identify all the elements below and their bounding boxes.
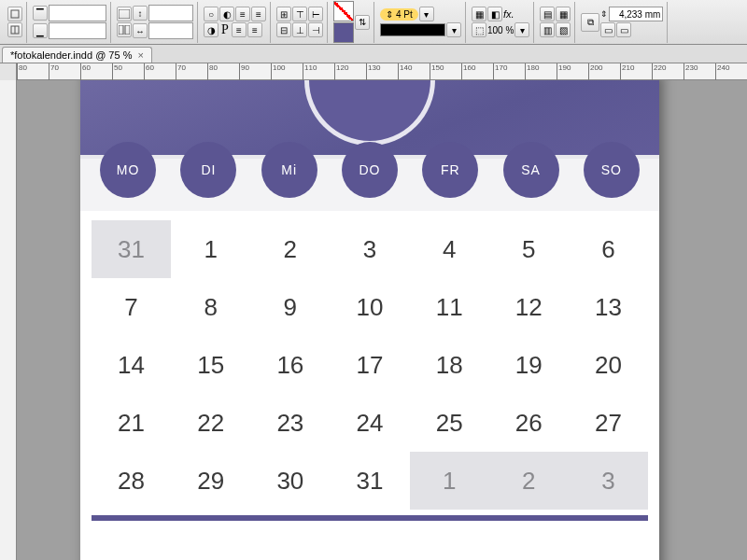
stroke-none-swatch[interactable] [333,1,354,21]
inset-top-icon[interactable]: ↕ [133,6,148,21]
crop-icon[interactable]: ⧉ [581,13,599,32]
swap-swatch-icon[interactable]: ⇅ [355,15,370,30]
col-width-input[interactable] [49,22,106,39]
text-wrap-b-icon[interactable]: ▥ [540,22,555,37]
dim-b-icon[interactable]: ▭ [616,22,631,37]
calendar-cell: 2 [250,220,330,278]
calendar-cell: 12 [489,278,569,336]
stroke-dropdown-icon[interactable]: ▾ [419,7,434,21]
rotate-180-icon[interactable]: ◑ [204,22,218,37]
calendar-cell: 21 [92,394,171,452]
cell-merge-icon[interactable] [7,22,22,37]
calendar-cell: 6 [569,220,648,278]
merge-cells-icon[interactable] [117,7,132,21]
fx-icon[interactable]: fx. [503,8,514,20]
rotate-90-icon[interactable]: ◐ [219,7,234,21]
inset-bottom-icon[interactable]: ↔ [133,23,148,38]
ruler-tick: 60 [80,63,91,80]
text-wrap-c-icon[interactable]: ▦ [556,7,571,21]
svg-rect-4 [119,25,123,35]
fill-swatch[interactable] [333,22,354,43]
ruler-tick: 80 [207,63,218,80]
drop-icon[interactable]: ⬚ [472,22,486,37]
calendar-cell: 1 [410,452,489,510]
gradient-icon[interactable]: ◧ [487,7,502,21]
split-cells-icon[interactable] [117,22,132,37]
calendar-cell: 30 [250,452,330,510]
ruler-tick: 150 [430,63,444,80]
calendar-cell: 5 [489,220,569,278]
ruler-tick: 100 [271,63,285,80]
ruler-tick: 190 [557,63,571,80]
day-circle: DI [180,142,236,198]
dist-mid-icon[interactable]: ⊢ [308,7,323,21]
calendar-cell: 13 [569,278,648,336]
day-circle: Mi [261,142,317,198]
dist-h-icon[interactable]: ⊞ [276,7,291,21]
dist-right-icon[interactable]: ⊣ [308,22,323,37]
cell-insert-icon[interactable] [7,7,22,21]
ruler-tick: 200 [588,63,602,80]
align-bottom-icon[interactable]: ▁ [33,23,48,38]
stroke-style-bar[interactable] [380,23,445,36]
day-circle: SO [584,142,640,198]
ruler-tick: 240 [715,63,729,80]
document-tab[interactable]: *fotokalender.indd @ 75 % × [2,47,152,63]
calendar-cell: 4 [410,220,489,278]
close-icon[interactable]: × [137,49,143,61]
calendar-cell: 3 [330,220,409,278]
calendar-cell: 31 [92,220,171,278]
calendar-cell: 31 [330,452,409,510]
stroke-weight-field[interactable]: ⇕4 Pt [380,8,418,21]
day-circle: DO [342,142,398,198]
calendar-cell: 3 [569,452,648,510]
ruler-tick: 60 [144,63,154,80]
ruler-tick: 140 [398,63,412,80]
text-wrap-d-icon[interactable]: ▧ [556,22,571,37]
inset-a-input[interactable] [148,5,193,21]
calendar-cell: 19 [489,336,569,394]
vertical-ruler [0,80,17,560]
valign-mid-icon[interactable]: ≡ [251,7,266,21]
ruler-tick: 220 [652,63,666,80]
cell-group [4,2,27,43]
align-top-icon[interactable]: ▔ [33,6,48,21]
calendar-cell: 29 [171,452,250,510]
paragraph-icon[interactable]: P [219,22,231,37]
dist-v-icon[interactable]: ⊟ [276,22,291,37]
calendar-cell: 1 [171,220,250,278]
day-circle: SA [503,142,559,198]
calendar-cell: 9 [250,278,330,336]
dimension-input[interactable] [609,7,663,21]
calendar-cell: 2 [489,452,569,510]
ruler-tick: 70 [49,63,59,80]
fill-color-icon[interactable]: ▦ [472,7,486,21]
valign-top-icon[interactable]: ≡ [235,7,250,21]
ruler-tick: 80 [17,63,27,80]
ruler-tick: 230 [684,63,698,80]
day-circle: FR [422,142,478,198]
calendar-cell: 10 [330,278,409,336]
dist-top-icon[interactable]: ⊤ [292,7,307,21]
opacity-dropdown[interactable]: ▾ [514,22,529,37]
valign-just-icon[interactable]: ≡ [247,22,262,37]
dist-bot-icon[interactable]: ⊥ [292,22,307,37]
ruler-tick: 110 [303,63,317,80]
inset-b-input[interactable] [148,22,193,39]
dim-a-icon[interactable]: ▭ [600,22,615,37]
valign-bot-icon[interactable]: ≡ [232,22,247,37]
document-canvas[interactable]: MODIMiDOFRSASO 3112345678910111213141516… [17,80,747,560]
control-panel: ▔ ▁ ↕ ↔ ○ ◐ ≡ ≡ ◑ P ≡ ≡ [0,0,747,45]
text-wrap-a-icon[interactable]: ▤ [540,7,555,21]
svg-rect-3 [119,9,130,19]
row-height-input[interactable] [49,5,106,21]
rotate-0-icon[interactable]: ○ [204,7,218,21]
calendar-cell: 18 [410,336,489,394]
svg-rect-0 [11,10,19,18]
stroke-style-dropdown[interactable]: ▾ [446,22,461,37]
calendar-cell: 23 [250,394,330,452]
day-header-row: MODIMiDOFRSASO [80,155,659,211]
calendar-cell: 20 [569,336,648,394]
ruler-tick: 50 [112,63,122,80]
ruler-tick: 130 [366,63,380,80]
